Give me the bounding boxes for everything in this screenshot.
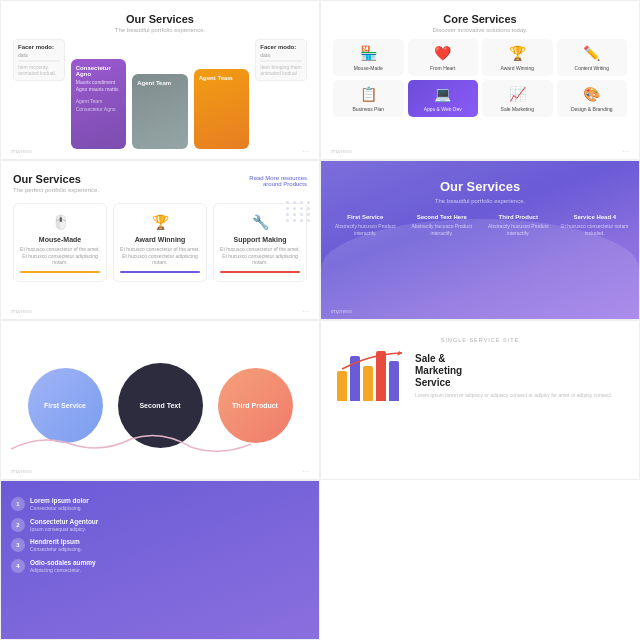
panel3-read-more[interactable]: Read More resourcesaround Products xyxy=(249,175,307,187)
panel4-brand: impress xyxy=(331,308,352,314)
card-orange: Agent Team xyxy=(194,69,250,149)
nt-title-1: Lorem ipsum dolor xyxy=(30,497,89,504)
srv-design-branding-label: Design & Branding xyxy=(560,106,625,112)
panel3-dots-deco xyxy=(286,201,311,222)
nt-title-2: Consectetur Agentour xyxy=(30,518,98,525)
srv-from-heart[interactable]: ❤️ From Heart xyxy=(408,39,479,76)
info-card-left-line1 xyxy=(18,60,60,62)
panel-our-services-top-left: Our Services The beautiful portfolio exp… xyxy=(0,0,320,160)
sc-mouse-made-bar xyxy=(20,271,100,273)
info-card-right-title: Facer modo: xyxy=(260,44,302,50)
info-card-left-text: Item mccenty,animated kodual. xyxy=(18,64,60,76)
panel4-title: Our Services xyxy=(321,179,639,194)
nt-desc-1: Consectetur adipiscing. xyxy=(30,505,89,512)
srv-content-writing[interactable]: ✏️ Content Writing xyxy=(557,39,628,76)
num-circle-4: 4 xyxy=(11,559,25,573)
srv-mouse-made-label: Mouse-Made xyxy=(336,65,401,71)
panel5-dots: ... xyxy=(302,465,309,474)
sc-support-making-icon: 🔧 xyxy=(250,212,270,232)
panel1-subtitle: The beautiful portfolio experience. xyxy=(13,27,307,33)
from-heart-icon: ❤️ xyxy=(432,44,454,62)
sale-content: Sale &MarketingService Lorem ipsum lorem… xyxy=(333,347,627,405)
card-purple: Consectetur Agno Mauris condiment Agno m… xyxy=(71,59,127,149)
panel-circles: First Service Second Text Third Product … xyxy=(0,320,320,480)
business-plan-icon: 📋 xyxy=(357,85,379,103)
srv-from-heart-label: From Heart xyxy=(411,65,476,71)
info-card-left-sub: data xyxy=(18,52,60,58)
panel3-title: Our Services xyxy=(13,173,99,185)
num-item-4: 4 Odio-sodales aummy Adipiscing consecte… xyxy=(11,559,309,574)
panel4-srv-first-name: First Service xyxy=(329,214,402,220)
srv-design-branding[interactable]: 🎨 Design & Branding xyxy=(557,80,628,117)
srv-mouse-made[interactable]: 🏪 Mouse-Made xyxy=(333,39,404,76)
num-circle-3: 3 xyxy=(11,538,25,552)
nt-desc-2: Ipsum consequat adipicy. xyxy=(30,526,98,533)
num-text-2: Consectetur Agentour Ipsum consequat adi… xyxy=(30,518,98,533)
sale-text: Sale &MarketingService Lorem ipsum lorem… xyxy=(415,353,612,399)
num-text-4: Odio-sodales aummy Adipiscing consectetu… xyxy=(30,559,96,574)
panel3-brand: impress xyxy=(11,308,32,314)
sc-award-winning-icon: 🏆 xyxy=(150,212,170,232)
srv-sale-marketing-label: Sale Marketing xyxy=(485,106,550,112)
num-item-2: 2 Consectetur Agentour Ipsum consequat a… xyxy=(11,518,309,533)
panel-our-services-purple: Our Services The beautiful portfolio exp… xyxy=(320,160,640,320)
circle-first-label: First Service xyxy=(44,402,86,409)
panel2-services-grid: 🏪 Mouse-Made ❤️ From Heart 🏆 Award Winni… xyxy=(333,39,627,117)
award-winning-icon: 🏆 xyxy=(506,44,528,62)
info-card-right-sub: data xyxy=(260,52,302,58)
num-circle-2: 2 xyxy=(11,518,25,532)
panel4-wave xyxy=(321,219,639,319)
content-writing-icon: ✏️ xyxy=(581,44,603,62)
bar-1 xyxy=(337,371,347,401)
srv-business-plan[interactable]: 📋 Business Plan xyxy=(333,80,404,117)
sale-heading: Sale &MarketingService xyxy=(415,353,612,389)
panel-numbered-list: 1 Lorem ipsum dolor Consectetur adipisci… xyxy=(0,480,320,640)
srv-award-winning[interactable]: 🏆 Award Winning xyxy=(482,39,553,76)
panel2-subtitle: Discover innovative solutions today. xyxy=(333,27,627,33)
num-circle-1: 1 xyxy=(11,497,25,511)
apps-web-icon: 💻 xyxy=(432,85,454,103)
info-card-left-title: Facer modo: xyxy=(18,44,60,50)
sc-mouse-made-desc: Et hucusco consectetur of the amet. Et h… xyxy=(20,246,100,266)
sc-support-making-name: Support Making xyxy=(220,236,300,243)
bar-3 xyxy=(363,366,373,401)
mouse-made-icon: 🏪 xyxy=(357,44,379,62)
panel3-footer-dots: ... xyxy=(302,305,309,314)
panel-sale-marketing: Single Service Site Sale &MarketingServi xyxy=(320,320,640,480)
circle-second-label: Second Text xyxy=(139,402,180,409)
info-card-right-text: Item bringing themanimated kodual xyxy=(260,64,302,76)
info-card-left: Facer modo: data Item mccenty,animated k… xyxy=(13,39,65,81)
panel4-subtitle: The beautiful portfolio experience. xyxy=(321,198,639,204)
panel2-title: Core Services xyxy=(333,13,627,25)
panel3-cards: 🖱️ Mouse-Made Et hucusco consectetur of … xyxy=(13,203,307,282)
panel2-dots: ... xyxy=(622,145,629,154)
sc-mouse-made: 🖱️ Mouse-Made Et hucusco consectetur of … xyxy=(13,203,107,282)
panel5-brand: impress xyxy=(11,468,32,474)
srv-sale-marketing[interactable]: 📈 Sale Marketing xyxy=(482,80,553,117)
card-purple-title: Consectetur Agno xyxy=(76,65,122,77)
num-list: 1 Lorem ipsum dolor Consectetur adipisci… xyxy=(11,497,309,573)
card-gray-title: Agent Team xyxy=(137,80,183,86)
panel3-subtitle: The perfect portfolio experience. xyxy=(13,187,99,193)
sc-support-making-desc: Et hucusco consectetur of the amet. Et h… xyxy=(220,246,300,266)
sale-desc: Lorem ipsum lorem or adipiscy or adipisc… xyxy=(415,392,612,399)
sc-mouse-made-name: Mouse-Made xyxy=(20,236,100,243)
nt-title-4: Odio-sodales aummy xyxy=(30,559,96,566)
panel-core-services: Core Services Discover innovative soluti… xyxy=(320,0,640,160)
card-gray: Agent Team xyxy=(132,74,188,149)
nt-desc-4: Adipiscing consectetur. xyxy=(30,567,96,574)
card-purple-text: Mauris condiment Agno mauris mattis xyxy=(76,79,122,92)
design-branding-icon: 🎨 xyxy=(581,85,603,103)
panel4-srv-fourth-name: Service Head 4 xyxy=(559,214,632,220)
sc-mouse-made-icon: 🖱️ xyxy=(50,212,70,232)
info-card-right: Facer modo: data Item bringing themanima… xyxy=(255,39,307,81)
panel1-cards-row: Facer modo: data Item mccenty,animated k… xyxy=(13,39,307,149)
num-text-3: Hendrerit Ipsum Consectetur adipiscing. xyxy=(30,538,82,553)
srv-apps-web[interactable]: 💻 Apps & Web Dev xyxy=(408,80,479,117)
num-item-1: 1 Lorem ipsum dolor Consectetur adipisci… xyxy=(11,497,309,512)
squiggle-svg xyxy=(11,429,251,459)
srv-content-writing-label: Content Writing xyxy=(560,65,625,71)
sc-award-winning: 🏆 Award Winning Et hucusco consectetur o… xyxy=(113,203,207,282)
panel1-dots: ... xyxy=(302,145,309,154)
card-purple-sub2: Consectetur Agno xyxy=(76,106,122,112)
